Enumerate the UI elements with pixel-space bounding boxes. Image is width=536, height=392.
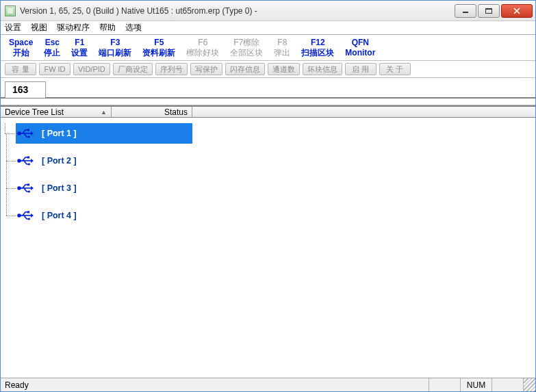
minimize-icon [462, 8, 469, 14]
gbtn-capacity[interactable]: 容 量 [5, 63, 36, 75]
fn-f5[interactable]: F5资料刷新 [137, 36, 181, 59]
fn-f3[interactable]: F3端口刷新 [93, 36, 137, 59]
menubar: 设置 视图 驱动程序 帮助 选项 [1, 21, 535, 35]
status-cell-empty1 [429, 378, 460, 391]
gbtn-serial[interactable]: 序列号 [155, 63, 188, 75]
fn-f8[interactable]: F8弹出 [268, 36, 296, 59]
gbtn-enable[interactable]: 启 用 [345, 63, 377, 75]
fn-f12[interactable]: F12扫描区块 [296, 36, 340, 59]
port-4-node[interactable]: [ Port 4 ] [17, 205, 535, 226]
fn-f1[interactable]: F1设置 [66, 36, 93, 59]
col-status-label: Status [164, 107, 188, 117]
svg-marker-5 [31, 131, 34, 135]
app-window: Version 1, 65, 25, 0 (Build ) Native Ut1… [0, 0, 536, 392]
tab-strip: 163 [1, 78, 535, 99]
svg-point-4 [18, 132, 21, 135]
titlebar[interactable]: Version 1, 65, 25, 0 (Build ) Native Ut1… [1, 1, 535, 21]
usb-icon [17, 154, 34, 168]
statusbar: Ready NUM [1, 378, 535, 391]
sort-asc-icon: ▲ [101, 109, 107, 116]
fn-stop[interactable]: Esc停止 [38, 36, 66, 59]
menu-driver[interactable]: 驱动程序 [57, 22, 90, 34]
maximize-button[interactable] [478, 4, 500, 18]
device-tree[interactable]: [ Port 1 ] [ Port 2 ] [ Port 3 ] [ Port … [1, 118, 535, 378]
svg-marker-15 [31, 186, 34, 190]
usb-icon [17, 181, 34, 195]
menu-view[interactable]: 视图 [31, 22, 47, 34]
col-status[interactable]: Status [112, 107, 192, 117]
port-label: [ Port 4 ] [39, 210, 79, 221]
svg-rect-2 [485, 8, 492, 10]
tab-163[interactable]: 163 [5, 81, 46, 98]
svg-rect-6 [27, 129, 29, 131]
tab-spacer [1, 99, 535, 105]
port-label: [ Port 2 ] [39, 155, 79, 166]
port-3-node[interactable]: [ Port 3 ] [17, 178, 535, 198]
window-controls [453, 4, 533, 18]
gbtn-vendor[interactable]: 厂商设定 [113, 63, 153, 75]
col-spacer [192, 107, 535, 117]
port-label: [ Port 3 ] [39, 183, 79, 194]
svg-point-12 [28, 163, 30, 165]
usb-icon [17, 209, 34, 222]
svg-marker-10 [31, 159, 34, 163]
fn-qfn[interactable]: QFNMonitor [340, 36, 381, 59]
svg-rect-16 [27, 184, 29, 186]
window-title: Version 1, 65, 25, 0 (Build ) Native Ut1… [20, 6, 453, 16]
gbtn-about[interactable]: 关 于 [379, 63, 411, 75]
function-toolbar: Space开始 Esc停止 F1设置 F3端口刷新 F5资料刷新 F6檫除好块 … [1, 35, 535, 61]
port-label: [ Port 1 ] [39, 128, 79, 139]
close-button[interactable] [501, 4, 533, 18]
menu-settings[interactable]: 设置 [5, 22, 21, 34]
port-2-node[interactable]: [ Port 2 ] [17, 151, 535, 171]
gbtn-wp[interactable]: 写保护 [190, 63, 222, 75]
gbtn-badblk[interactable]: 坏块信息 [303, 63, 342, 75]
menu-help[interactable]: 帮助 [99, 22, 116, 34]
usb-icon [17, 127, 34, 140]
fn-start[interactable]: Space开始 [3, 36, 38, 59]
svg-point-22 [28, 218, 30, 220]
fn-f7[interactable]: F7檫除全部区块 [225, 36, 268, 59]
gray-toolbar: 容 量 FW ID VID/PID 厂商设定 序列号 写保护 闪存信息 通道数 … [1, 61, 535, 78]
gbtn-channel[interactable]: 通道数 [268, 63, 300, 75]
col-device-tree-label: Device Tree List [5, 107, 64, 117]
menu-options[interactable]: 选项 [125, 22, 142, 34]
svg-rect-11 [27, 157, 29, 159]
gbtn-vidpid[interactable]: VID/PID [73, 63, 110, 75]
gbtn-fwid[interactable]: FW ID [39, 63, 71, 75]
status-cell-empty2 [492, 378, 523, 391]
close-icon [513, 8, 521, 14]
status-text: Ready [1, 380, 429, 390]
fn-f6[interactable]: F6檫除好块 [181, 36, 225, 59]
col-device-tree[interactable]: Device Tree List ▲ [1, 107, 112, 117]
maximize-icon [485, 8, 492, 14]
svg-point-14 [18, 187, 21, 190]
svg-point-17 [28, 190, 30, 192]
svg-point-19 [18, 214, 21, 217]
app-icon [5, 5, 16, 16]
svg-rect-0 [463, 12, 468, 13]
resize-grip[interactable] [523, 378, 535, 391]
svg-marker-20 [31, 213, 34, 218]
svg-point-7 [28, 135, 30, 138]
gbtn-flash[interactable]: 闪存信息 [225, 63, 265, 75]
port-1-node[interactable]: [ Port 1 ] [16, 123, 192, 144]
svg-point-9 [18, 159, 21, 162]
list-header: Device Tree List ▲ Status [1, 105, 535, 118]
status-num: NUM [460, 378, 492, 391]
minimize-button[interactable] [455, 4, 476, 18]
svg-rect-21 [27, 211, 29, 213]
